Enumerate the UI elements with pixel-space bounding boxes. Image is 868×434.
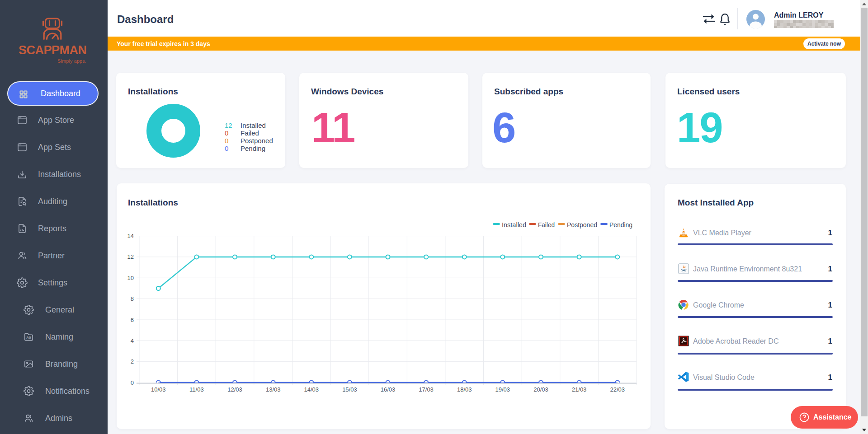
svg-text:11/03: 11/03 xyxy=(189,386,204,393)
svg-text:14/03: 14/03 xyxy=(304,386,319,393)
svg-text:0: 0 xyxy=(131,379,134,386)
svg-text:2: 2 xyxy=(131,358,134,365)
svg-text:Simply apps.: Simply apps. xyxy=(57,58,86,64)
svg-text:13/03: 13/03 xyxy=(266,386,281,393)
svg-text:18/03: 18/03 xyxy=(457,386,472,393)
svg-text:SCAPPMAN: SCAPPMAN xyxy=(19,43,87,57)
svg-text:8: 8 xyxy=(131,295,134,302)
svg-text:6: 6 xyxy=(131,317,134,323)
svg-text:12/03: 12/03 xyxy=(227,386,242,393)
svg-text:Pending: Pending xyxy=(609,221,632,229)
svg-text:Installed: Installed xyxy=(502,221,526,229)
svg-text:4: 4 xyxy=(131,337,134,344)
svg-text:16/03: 16/03 xyxy=(381,386,396,393)
svg-text:19/03: 19/03 xyxy=(495,386,510,393)
svg-text:Aa: Aa xyxy=(26,335,31,340)
svg-text:22/03: 22/03 xyxy=(610,386,625,393)
svg-text:10/03: 10/03 xyxy=(151,386,166,393)
svg-text:12: 12 xyxy=(127,253,134,260)
svg-text:21/03: 21/03 xyxy=(572,386,587,393)
svg-text:15/03: 15/03 xyxy=(342,386,357,393)
svg-text:10: 10 xyxy=(127,275,134,281)
svg-text:Failed: Failed xyxy=(538,221,555,229)
svg-text:17/03: 17/03 xyxy=(419,386,434,393)
svg-text:Postponed: Postponed xyxy=(567,221,597,229)
svg-text:20/03: 20/03 xyxy=(533,386,548,393)
svg-text:14: 14 xyxy=(127,233,134,239)
